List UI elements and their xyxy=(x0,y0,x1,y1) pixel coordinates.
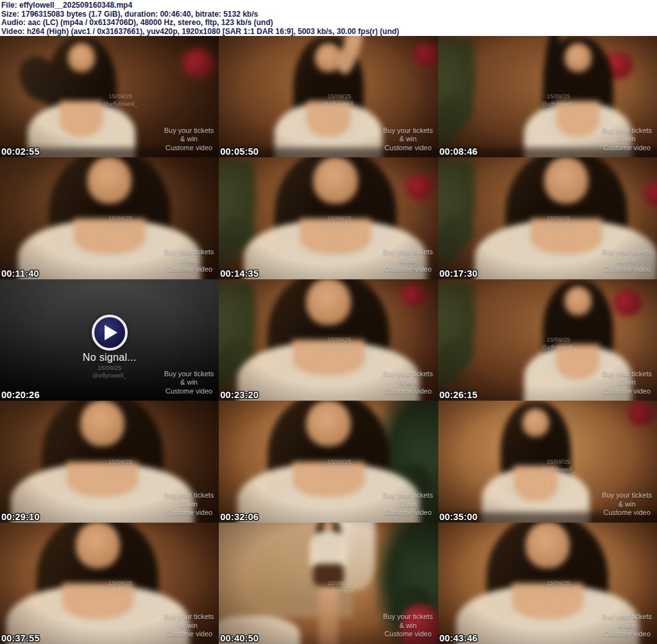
video-thumbnail: 15/09/25@effylowell_Buy your tickets& wi… xyxy=(438,157,657,279)
watermark-promo-line: & win xyxy=(602,257,652,266)
thumbnail-timestamp: 00:14:35 xyxy=(220,268,259,279)
watermark-date: 15/09/25 xyxy=(322,214,357,222)
watermark-handle: @effylowell_ xyxy=(541,344,576,351)
watermark-promo-line: Buy your tickets xyxy=(602,491,652,500)
watermark-promo-line: & win xyxy=(164,500,214,509)
watermark-date-handle: 15/09/25@effylowell_ xyxy=(322,92,357,108)
watermark-promo-line: Custome video xyxy=(602,144,652,153)
play-triangle-icon xyxy=(105,325,117,340)
watermark-promo-line: & win xyxy=(383,257,433,266)
figure-face xyxy=(565,43,592,72)
thumbnail-timestamp: 00:23:20 xyxy=(220,390,259,400)
watermark-promo-line: Buy your tickets xyxy=(602,613,652,622)
watermark-promo-line: & win xyxy=(602,500,652,509)
watermark-handle: @effylowell_ xyxy=(541,100,576,108)
thumbnail-timestamp: 00:05:50 xyxy=(220,146,259,157)
watermark-date: 15/09/25 xyxy=(541,214,576,222)
watermark-promo-line: Custome video xyxy=(164,630,214,639)
media-info-header: File: effylowell__202509160348.mp4 Size:… xyxy=(0,0,657,36)
watermark-promo-line: Buy your tickets xyxy=(164,370,214,379)
red-lantern xyxy=(402,284,425,306)
watermark-date-handle: 15/09/25@effylowell_ xyxy=(541,579,576,595)
watermark-promo: Buy your tickets& winCustome video xyxy=(164,126,214,153)
watermark-date: 15/09/25 xyxy=(322,92,357,100)
watermark-promo: Buy your tickets& winCustome video xyxy=(602,613,652,639)
figure-face xyxy=(68,43,95,72)
watermark-date: 15/09/25 xyxy=(541,579,576,587)
watermark-promo-line: & win xyxy=(383,622,433,631)
figure-chest-skin xyxy=(60,101,103,136)
thumbnail-timestamp: 00:20:26 xyxy=(1,390,40,400)
video-thumbnail: 15/09/25@effylowell_Buy your tickets& wi… xyxy=(219,279,438,401)
watermark-date: 15/09/25 xyxy=(103,214,138,222)
watermark-promo-line: Buy your tickets xyxy=(602,370,652,379)
thumbnail-timestamp: 00:43:46 xyxy=(439,633,478,643)
watermark-handle: @effylowell_ xyxy=(103,587,138,595)
figure-face xyxy=(525,523,570,568)
video-thumbnail: No signal...15/09/25@effylowell_Buy your… xyxy=(0,279,219,401)
red-lantern xyxy=(613,290,642,316)
thumbnail-timestamp: 00:40:50 xyxy=(220,633,259,643)
thumbnail-timestamp: 00:02:55 xyxy=(1,146,40,157)
watermark-promo-line: Custome video xyxy=(602,387,652,396)
watermark-promo-line: & win xyxy=(164,622,214,631)
watermark-date-handle: 15/09/25@effylowell_ xyxy=(322,579,357,595)
video-contact-sheet: File: effylowell__202509160348.mp4 Size:… xyxy=(0,0,657,644)
red-lantern xyxy=(183,49,213,76)
watermark-promo: Buy your tickets& winCustome video xyxy=(383,370,433,396)
figure-face xyxy=(313,157,357,203)
watermark-handle: @effylowell_ xyxy=(322,466,357,473)
watermark-promo-line: Buy your tickets xyxy=(383,248,433,257)
audio-info-line: Audio: aac (LC) (mp4a / 0x6134706D), 480… xyxy=(1,19,657,28)
video-thumbnail: 15/09/25@effylowell_Buy your tickets& wi… xyxy=(0,157,219,279)
file-name-line: File: effylowell__202509160348.mp4 xyxy=(1,1,657,10)
watermark-date: 15/09/25 xyxy=(322,458,357,466)
watermark-date-handle: 15/09/25@effylowell_ xyxy=(103,214,138,230)
watermark-promo-line: Buy your tickets xyxy=(164,613,214,622)
video-thumbnail: 15/09/25@effylowell_Buy your tickets& wi… xyxy=(219,36,438,157)
red-lantern xyxy=(414,43,438,67)
watermark-date: 15/09/25 xyxy=(541,92,576,100)
watermark-promo-line: Custome video xyxy=(164,509,214,518)
watermark-promo-line: Custome video xyxy=(164,265,214,274)
thumbnail-timestamp: 00:08:46 xyxy=(439,146,478,157)
watermark-date-handle: 15/09/25@effylowell_ xyxy=(103,458,138,473)
watermark-date-handle: 15/09/25@effylowell_ xyxy=(322,336,357,351)
file-size-line: Size: 1796315083 bytes (1.7 GiB), durati… xyxy=(1,10,657,19)
video-thumbnail: 15/09/25@effylowell_Buy your tickets& wi… xyxy=(0,523,219,644)
watermark-handle: @effylowell_ xyxy=(322,222,357,230)
watermark-promo: Buy your tickets& winCustome video xyxy=(164,248,214,274)
watermark-promo-line: Buy your tickets xyxy=(164,491,214,500)
watermark-handle: @effylowell_ xyxy=(322,587,357,595)
watermark-promo-line: Buy your tickets xyxy=(602,248,652,257)
watermark-promo-line: & win xyxy=(164,257,214,266)
watermark-promo-line: & win xyxy=(383,135,433,144)
watermark-promo-line: Buy your tickets xyxy=(602,126,652,135)
watermark-date-handle: 15/09/25@effylowell_ xyxy=(103,579,138,595)
watermark-promo: Buy your tickets& winCustome video xyxy=(164,491,214,518)
watermark-date-handle: 15/09/25@effylowell_ xyxy=(322,458,357,473)
watermark-date-handle: 15/09/25@effylowell_ xyxy=(103,92,138,108)
thumbnail-timestamp: 00:35:00 xyxy=(439,512,478,522)
watermark-promo-line: & win xyxy=(164,135,214,144)
watermark-date: 15/09/25 xyxy=(103,92,138,100)
watermark-handle: @effylowell_ xyxy=(322,344,357,351)
video-info-line: Video: h264 (High) (avc1 / 0x31637661), … xyxy=(1,28,657,37)
watermark-handle: @effylowell_ xyxy=(103,222,138,230)
video-thumbnail: 15/09/25@effylowell_Buy your tickets& wi… xyxy=(438,279,657,401)
watermark-promo: Buy your tickets& winCustome video xyxy=(602,491,652,518)
figure-crochet-top xyxy=(310,531,347,566)
watermark-date-handle: 15/09/25@effylowell_ xyxy=(541,214,576,230)
watermark-promo-line: Custome video xyxy=(164,144,214,153)
figure-face xyxy=(306,279,350,325)
video-thumbnail: 15/09/25@effylowell_Buy your tickets& wi… xyxy=(438,401,657,522)
watermark-date-handle: 15/09/25@effylowell_ xyxy=(541,336,576,351)
watermark-date: 15/09/25 xyxy=(541,458,576,466)
watermark-date: 15/09/25 xyxy=(541,336,576,344)
watermark-date: 15/09/25 xyxy=(103,579,138,587)
figure-legs xyxy=(319,586,337,644)
video-thumbnail: 15/09/25@effylowell_Buy your tickets& wi… xyxy=(438,523,657,644)
watermark-promo: Buy your tickets& winCustome video xyxy=(164,613,214,639)
watermark-promo-line: Custome video xyxy=(602,265,652,274)
watermark-promo-line: & win xyxy=(164,378,214,387)
